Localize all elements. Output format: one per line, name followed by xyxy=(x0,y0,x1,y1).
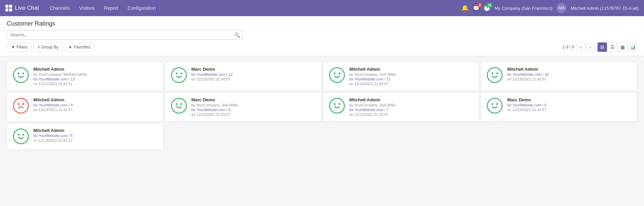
prev-page-button[interactable]: ‹ xyxy=(577,43,585,52)
card-info: Mitchell Admin for YourWebsite.com / 9 o… xyxy=(33,97,73,112)
rating-card[interactable]: Mitchell Admin for YourWebsite.com / 10 … xyxy=(481,62,637,91)
svg-point-18 xyxy=(330,98,344,113)
card-for: for YourWebsite.com / 9 xyxy=(33,103,73,107)
nav-configuration[interactable]: Configuration xyxy=(124,3,160,13)
sentiment-icon xyxy=(12,128,29,145)
rating-card[interactable]: Mitchell Admin for YourWebsite.com / 5 o… xyxy=(7,123,163,150)
card-for: for YourWebsite.com / 6 xyxy=(507,103,547,107)
card-info: Mitchell Admin by YourCompany, Joel Will… xyxy=(349,67,396,86)
star-icon: ★ xyxy=(68,45,72,49)
toolbar-row: ▼ Filters ≡ Group By ★ Favorites 1-9 / 9… xyxy=(7,42,637,52)
svg-point-23 xyxy=(496,103,498,105)
topbar: Live Chat Channels Visitors Report Confi… xyxy=(0,0,644,16)
svg-point-8 xyxy=(338,73,340,74)
svg-point-1 xyxy=(18,73,20,74)
card-name: Mitchell Admin xyxy=(349,67,396,72)
card-by: by YourCompany, Joel Willis xyxy=(349,72,396,76)
svg-point-26 xyxy=(23,134,24,136)
svg-point-20 xyxy=(338,103,340,105)
rating-card[interactable]: Marc Demo for YourWebsite.com / 6 on 12/… xyxy=(481,92,637,122)
table-view-button[interactable]: ▦ xyxy=(618,42,627,52)
svg-point-24 xyxy=(13,129,28,144)
svg-point-0 xyxy=(13,68,28,82)
chart-view-button[interactable]: 📊 xyxy=(628,42,637,52)
rating-card[interactable]: Marc Demo for YourWebsite.com / 12 on 12… xyxy=(165,62,321,91)
card-name: Mitchell Admin xyxy=(33,128,73,133)
card-for: for YourWebsite.com / 10 xyxy=(507,72,549,76)
sentiment-icon xyxy=(329,97,345,114)
nav-visitors[interactable]: Visitors xyxy=(75,3,99,13)
card-for: for YourWebsite.com / 5 xyxy=(33,134,73,138)
pagination-info: 1-9 / 9 xyxy=(562,45,574,49)
groupby-button[interactable]: ≡ Group By xyxy=(33,43,63,52)
card-info: Marc Demo by YourCompany, Joel Willis fo… xyxy=(191,97,238,116)
rating-card[interactable]: Mitchell Admin by YourCompany, Joel Will… xyxy=(323,92,480,122)
sentiment-icon xyxy=(12,67,29,83)
svg-point-6 xyxy=(330,68,344,82)
favorites-button[interactable]: ★ Favorites xyxy=(64,43,94,52)
svg-point-21 xyxy=(487,98,502,113)
card-date: on 12/13/2021 21:42:57 xyxy=(33,138,73,142)
grid-icon xyxy=(5,5,12,11)
card-for: for YourWebsite.com / 12 xyxy=(191,72,233,76)
card-name: Marc Demo xyxy=(191,97,238,102)
card-name: Marc Demo xyxy=(507,97,547,102)
groupby-icon: ≡ xyxy=(38,45,40,49)
svg-point-2 xyxy=(23,73,24,74)
pagination-buttons: ‹ › xyxy=(577,43,595,52)
card-info: Mitchell Admin by YourCompany, Mitchell … xyxy=(33,67,87,86)
rating-card[interactable]: Marc Demo by YourCompany, Joel Willis fo… xyxy=(165,92,321,122)
svg-point-3 xyxy=(172,68,186,82)
svg-point-12 xyxy=(13,98,28,113)
user-label: Mitchell Admin (11576767-15-0-all) xyxy=(571,6,639,11)
card-info: Mitchell Admin for YourWebsite.com / 10 … xyxy=(507,67,549,81)
rating-card[interactable]: Mitchell Admin by YourCompany, Joel Will… xyxy=(323,62,480,91)
sentiment-icon xyxy=(12,97,29,114)
filters-button[interactable]: ▼ Filters xyxy=(7,43,32,52)
sentiment-icon xyxy=(171,67,187,83)
svg-point-13 xyxy=(18,103,20,105)
cards-grid: Mitchell Admin by YourCompany, Mitchell … xyxy=(0,56,644,155)
card-info: Mitchell Admin by YourCompany, Joel Will… xyxy=(349,97,396,116)
notification-bell[interactable]: 🔔 xyxy=(461,4,469,12)
list-view-button[interactable]: ☰ xyxy=(608,42,617,52)
messages-icon[interactable]: 💬 2 xyxy=(473,5,480,11)
kanban-view-button[interactable]: ⊞ xyxy=(597,42,607,52)
nav-channels[interactable]: Channels xyxy=(46,3,74,13)
card-date: on 12/13/2021 21:42:57 xyxy=(349,82,396,86)
svg-point-7 xyxy=(334,73,335,74)
card-for: for YourWebsite.com / 13 xyxy=(33,77,87,81)
sentiment-icon xyxy=(171,97,187,114)
user-avatar[interactable]: MA xyxy=(556,3,566,13)
card-date: on 12/13/2021 21:42:57 xyxy=(191,77,233,81)
search-icon[interactable]: 🔍 xyxy=(234,32,240,38)
card-for: for YourWebsite.com / 11 xyxy=(349,77,396,81)
card-date: on 12/12/2021 21:43:51 xyxy=(33,82,87,86)
svg-point-4 xyxy=(176,73,177,74)
card-name: Marc Demo xyxy=(191,67,233,72)
app-logo[interactable]: Live Chat xyxy=(5,5,39,11)
sentiment-icon xyxy=(329,67,345,83)
activity-badge: 22 xyxy=(486,3,493,7)
sentiment-icon xyxy=(486,67,503,83)
company-label: My Company (San Francisco) xyxy=(494,6,552,11)
activity-icon[interactable]: 🕐 22 xyxy=(484,5,490,11)
card-name: Mitchell Admin xyxy=(507,67,549,72)
nav-report[interactable]: Report xyxy=(100,3,122,13)
card-info: Marc Demo for YourWebsite.com / 12 on 12… xyxy=(191,67,233,81)
toolbar-right: 1-9 / 9 ‹ › ⊞ ☰ ▦ 📊 xyxy=(562,42,637,52)
rating-card[interactable]: Mitchell Admin by YourCompany, Mitchell … xyxy=(7,62,163,91)
rating-card[interactable]: Mitchell Admin for YourWebsite.com / 9 o… xyxy=(7,92,163,122)
card-name: Mitchell Admin xyxy=(349,97,396,102)
svg-point-22 xyxy=(492,103,493,105)
topbar-right: 🔔 💬 2 🕐 22 My Company (San Francisco) MA… xyxy=(461,3,639,13)
card-date: on 12/13/2021 21:42:57 xyxy=(507,77,549,81)
card-for: for YourWebsite.com / 7 xyxy=(349,108,396,112)
toolbar-left: ▼ Filters ≡ Group By ★ Favorites xyxy=(7,43,95,52)
card-info: Marc Demo for YourWebsite.com / 6 on 12/… xyxy=(507,97,547,112)
next-page-button[interactable]: › xyxy=(586,43,595,52)
search-row: 🔍 xyxy=(7,30,637,40)
search-input[interactable] xyxy=(7,30,243,40)
card-date: on 12/13/2021 21:42:57 xyxy=(349,112,396,116)
svg-point-5 xyxy=(180,73,182,74)
